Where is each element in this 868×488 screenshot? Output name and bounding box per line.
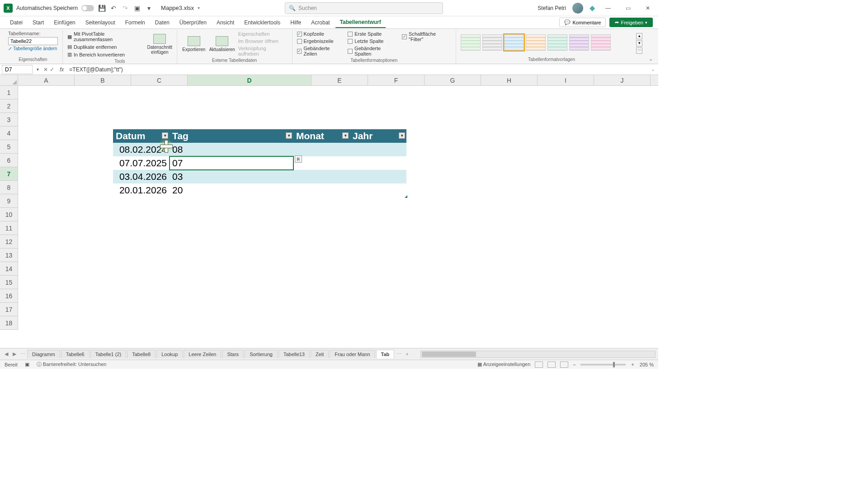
row-header[interactable]: 9 [0, 194, 18, 208]
chk-banded-rows[interactable]: ✓Gebänderte Zeilen [297, 45, 344, 57]
row-headers[interactable]: 1 2 3 4 5 6 7 8 9 10 11 12 13 14 15 16 1… [0, 86, 18, 330]
enter-formula-icon[interactable]: ✓ [50, 66, 54, 73]
tab-hilfe[interactable]: Hilfe [286, 18, 306, 28]
formula-input[interactable]: =TEXT([@Datum];"tt") [66, 66, 647, 73]
cell[interactable]: 03.04.2026 [113, 170, 170, 183]
row-header[interactable]: 11 [0, 221, 18, 235]
col-header[interactable]: J [594, 75, 651, 85]
diamond-icon[interactable]: ◆ [590, 4, 595, 12]
row-header[interactable]: 15 [0, 276, 18, 289]
selected-cell[interactable]: 07 [170, 156, 293, 170]
view-pagelayout-icon[interactable] [547, 361, 556, 368]
chk-last-col[interactable]: Letzte Spalte [348, 38, 398, 44]
style-swatch[interactable] [547, 34, 567, 51]
convert-range-button[interactable]: ▥In Bereich konvertieren [67, 51, 144, 58]
sheet-tab[interactable]: Sortierung [245, 350, 278, 358]
accessibility-status[interactable]: ⓘ Barrierefreiheit: Untersuchen [37, 361, 107, 368]
redo-icon[interactable]: ↷ [121, 4, 129, 12]
spreadsheet-grid[interactable]: A B C D E F G H I J 1 2 3 4 5 6 7 8 9 10… [0, 75, 658, 346]
new-sheet-icon[interactable]: ＋ [403, 351, 410, 357]
filter-button-icon[interactable]: ▾ [162, 132, 168, 139]
macro-record-icon[interactable]: ▣ [25, 361, 29, 367]
autosave-toggle[interactable] [81, 5, 94, 11]
undo-icon[interactable]: ↶ [109, 4, 118, 12]
tab-acrobat[interactable]: Acrobat [307, 18, 334, 28]
row-header[interactable]: 6 [0, 154, 18, 167]
chk-header[interactable]: ✓Kopfzeile [297, 31, 344, 37]
col-header[interactable]: H [481, 75, 538, 85]
col-header[interactable]: C [131, 75, 188, 85]
cell[interactable] [293, 183, 350, 197]
style-swatch[interactable] [526, 34, 546, 51]
maximize-button[interactable]: ▭ [621, 1, 635, 15]
chk-filter[interactable]: ✓Schaltfläche "Filter" [402, 31, 451, 42]
row-header[interactable]: 16 [0, 289, 18, 303]
style-swatch[interactable] [504, 34, 524, 51]
filter-button-icon[interactable]: ▾ [342, 132, 349, 139]
tab-start[interactable]: Start [28, 18, 48, 28]
tab-entwicklertools[interactable]: Entwicklertools [240, 18, 285, 28]
sheet-tab[interactable]: Tab [376, 350, 395, 358]
cell[interactable] [350, 156, 406, 170]
avatar[interactable] [572, 3, 583, 14]
resize-table-button[interactable]: ⤢Tabellengröße ändern [8, 46, 58, 51]
camera-icon[interactable]: ▣ [133, 4, 141, 12]
cell[interactable]: 03 [170, 170, 293, 183]
sheet-tab[interactable]: Diagramm [27, 350, 60, 358]
collapse-ribbon-icon[interactable]: ⌄ [647, 54, 655, 64]
sheet-nav-next-icon[interactable]: ▶ [11, 351, 18, 357]
tab-seitenlayout[interactable]: Seitenlayout [81, 18, 120, 28]
col-header[interactable]: D [188, 75, 311, 85]
zoom-in-icon[interactable]: ＋ [630, 361, 635, 368]
tab-ueberpruefen[interactable]: Überprüfen [175, 18, 211, 28]
cell[interactable]: 08.02.2024 [113, 143, 170, 156]
table-styles-gallery[interactable] [461, 31, 632, 54]
minimize-button[interactable]: — [601, 1, 615, 15]
remove-duplicates-button[interactable]: ▤Duplikate entfernen [67, 43, 144, 50]
chk-first-col[interactable]: Erste Spalte [348, 31, 398, 37]
sheet-tab[interactable]: Tabelle6 [61, 350, 90, 358]
sheet-tab[interactable]: Leere Zeilen [184, 350, 221, 358]
cell[interactable] [350, 183, 406, 197]
row-header[interactable]: 1 [0, 86, 18, 99]
refresh-button[interactable]: Aktualisieren [210, 31, 235, 57]
row-header[interactable]: 12 [0, 235, 18, 249]
tab-ansicht[interactable]: Ansicht [212, 18, 239, 28]
gallery-down-icon[interactable]: ▾ [636, 40, 642, 47]
tab-tabellenentwurf[interactable]: Tabellenentwurf [335, 17, 386, 28]
name-box[interactable]: D7 [2, 65, 33, 74]
formula-expand-icon[interactable]: ⌄ [647, 67, 658, 72]
style-swatch[interactable] [569, 34, 589, 51]
table-header-tag[interactable]: Tag▾ [170, 129, 293, 143]
cell[interactable]: 07.07.2025 [113, 156, 170, 170]
cell[interactable]: 20 [170, 183, 293, 197]
zoom-slider[interactable] [580, 364, 626, 366]
table-header-monat[interactable]: Monat▾ [293, 129, 350, 143]
table-header-jahr[interactable]: Jahr▾ [350, 129, 406, 143]
cell[interactable] [293, 143, 350, 156]
style-swatch[interactable] [482, 34, 502, 51]
slicer-button[interactable]: Datenschnitt einfügen [147, 31, 172, 58]
view-normal-icon[interactable] [535, 361, 543, 368]
tab-datei[interactable]: Datei [5, 18, 27, 28]
chk-total[interactable]: Ergebniszeile [297, 38, 344, 44]
cell[interactable] [350, 170, 406, 183]
tab-einfuegen[interactable]: Einfügen [49, 18, 80, 28]
search-input[interactable]: 🔍 Suchen [285, 2, 443, 14]
select-all-corner[interactable] [0, 75, 18, 86]
cell[interactable] [293, 170, 350, 183]
sheet-tab[interactable]: Zeit [311, 350, 329, 358]
chk-banded-cols[interactable]: Gebänderte Spalten [348, 45, 398, 57]
fx-icon[interactable]: fx [57, 66, 66, 73]
sheet-tab[interactable]: Stars [222, 350, 244, 358]
export-button[interactable]: Exportieren [182, 31, 206, 57]
style-swatch[interactable] [591, 34, 611, 51]
row-header[interactable]: 10 [0, 208, 18, 221]
tablename-input[interactable] [8, 37, 58, 45]
gallery-more-icon[interactable]: ⋯ [636, 47, 642, 54]
tab-daten[interactable]: Daten [151, 18, 174, 28]
row-header[interactable]: 3 [0, 113, 18, 127]
autofill-options-icon[interactable]: ⎘ [295, 155, 302, 163]
table-header-datum[interactable]: Datum▾ [113, 129, 170, 143]
cell[interactable]: 20.01.2026 [113, 183, 170, 197]
